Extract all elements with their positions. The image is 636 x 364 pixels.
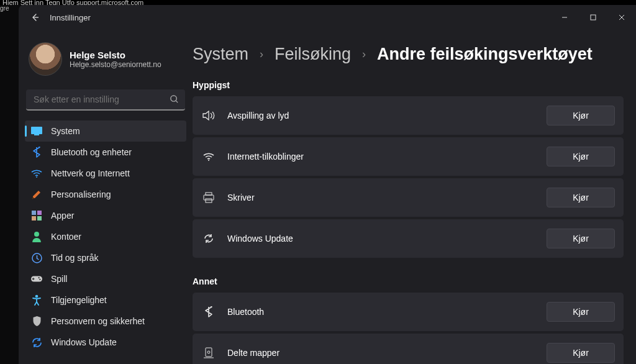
wifi-icon — [31, 168, 42, 179]
svg-point-20 — [207, 351, 210, 353]
breadcrumb-current: Andre feilsøkingsverktøyet — [377, 45, 593, 64]
run-button[interactable]: Kjør — [547, 188, 615, 207]
left-edge-fragment: gre — [0, 5, 19, 42]
sidebar-item-label: Bluetooth og enheter — [51, 147, 132, 157]
svg-rect-7 — [32, 216, 36, 221]
svg-point-12 — [39, 277, 40, 278]
troubleshooter-label: Bluetooth — [227, 307, 535, 317]
sidebar-item-kontoer[interactable]: Kontoer — [25, 226, 186, 247]
sync-icon — [201, 233, 216, 244]
troubleshooter-row: BluetoothKjør — [193, 293, 624, 331]
sidebar-item-label: Nettverk og Internett — [51, 168, 130, 178]
sections-container: HyppigstAvspilling av lydKjørInternett-t… — [193, 80, 624, 364]
troubleshooter-label: Avspilling av lyd — [227, 111, 535, 121]
browser-chrome-top: Hjem Sett inn Tegn Utfo support.microsof… — [0, 0, 636, 5]
avatar — [29, 42, 62, 76]
run-button[interactable]: Kjør — [547, 106, 615, 125]
breadcrumb-system[interactable]: System — [193, 45, 248, 64]
svg-rect-17 — [204, 195, 214, 200]
chevron-right-icon: › — [362, 48, 366, 61]
window-controls — [550, 5, 636, 30]
svg-rect-5 — [32, 211, 36, 215]
content-area[interactable]: System › Feilsøking › Andre feilsøkingsv… — [193, 30, 636, 364]
sidebar-item-label: Tid og språk — [51, 253, 99, 263]
back-button[interactable] — [26, 9, 43, 26]
troubleshooter-label: Windows Update — [227, 234, 535, 243]
volume-icon — [201, 111, 216, 121]
svg-rect-3 — [34, 134, 39, 135]
sidebar-item-personvern-og-sikkerhet[interactable]: Personvern og sikkerhet — [25, 311, 186, 332]
account-block[interactable]: Helge Selsto Helge.selsto@seniornett.no — [25, 36, 186, 86]
breadcrumb-troubleshoot[interactable]: Feilsøking — [275, 45, 351, 64]
sidebar-item-nettverk-og-internett[interactable]: Nettverk og Internett — [25, 163, 186, 184]
troubleshooter-row: Windows UpdateKjør — [193, 219, 624, 258]
run-button[interactable]: Kjør — [547, 343, 615, 363]
search-icon — [170, 94, 179, 106]
sidebar-item-label: System — [51, 126, 80, 136]
sidebar-item-windows-update[interactable]: Windows Update — [25, 332, 186, 353]
sidebar-item-tilgjengelighet[interactable]: Tilgjengelighet — [25, 289, 186, 311]
svg-point-1 — [171, 96, 176, 101]
troubleshooter-label: Delte mapper — [227, 348, 535, 358]
sidebar-item-tid-og-spr-k[interactable]: Tid og språk — [25, 247, 186, 268]
chevron-right-icon: › — [260, 48, 263, 61]
search-input[interactable] — [26, 89, 185, 111]
sidebar-item-label: Apper — [51, 211, 74, 221]
run-button[interactable]: Kjør — [547, 302, 615, 322]
sidebar-item-label: Windows Update — [51, 337, 117, 347]
sidebar-item-apper[interactable]: Apper — [25, 205, 186, 226]
sidebar-item-spill[interactable]: Spill — [25, 268, 186, 289]
account-name: Helge Selsto — [70, 50, 161, 60]
update-icon — [31, 337, 42, 348]
svg-rect-2 — [31, 127, 42, 134]
sidebar-item-label: Spill — [51, 274, 67, 284]
troubleshooter-label: Internett-tilkoblinger — [227, 152, 535, 162]
sidebar: Helge Selsto Helge.selsto@seniornett.no … — [19, 30, 193, 364]
sidebar-nav: SystemBluetooth og enheterNettverk og In… — [25, 121, 186, 353]
back-arrow-icon — [30, 12, 40, 22]
bluetooth-icon — [31, 147, 42, 158]
bluetooth-icon — [201, 306, 216, 317]
svg-rect-18 — [206, 199, 212, 202]
section-title: Hyppigst — [193, 80, 624, 90]
search-box[interactable] — [26, 89, 185, 111]
sidebar-item-label: Personalisering — [51, 189, 111, 199]
clock-icon — [31, 252, 42, 263]
system-icon — [31, 125, 42, 137]
run-button[interactable]: Kjør — [547, 147, 615, 166]
sidebar-item-system[interactable]: System — [25, 121, 186, 142]
window-title: Innstillinger — [50, 13, 91, 22]
sidebar-item-personalisering[interactable]: Personalisering — [25, 184, 186, 205]
maximize-button[interactable] — [579, 5, 607, 30]
troubleshooter-label: Skriver — [227, 193, 535, 202]
svg-rect-6 — [37, 211, 42, 215]
svg-point-13 — [39, 279, 40, 280]
wifi-icon — [201, 152, 216, 161]
shared-folder-icon — [201, 347, 216, 358]
close-button[interactable] — [607, 5, 636, 30]
sidebar-item-label: Personvern og sikkerhet — [51, 316, 145, 326]
shield-icon — [31, 316, 42, 327]
accessibility-icon — [31, 294, 42, 306]
brush-icon — [31, 189, 42, 200]
svg-point-9 — [34, 232, 39, 237]
svg-point-15 — [208, 160, 209, 161]
troubleshooter-row: Internett-tilkoblingerKjør — [193, 137, 624, 176]
svg-point-14 — [35, 295, 39, 298]
svg-rect-0 — [591, 15, 596, 20]
section-title: Annet — [193, 276, 624, 286]
troubleshooter-row: Avspilling av lydKjør — [193, 96, 624, 135]
troubleshooter-row: Delte mapperKjør — [193, 334, 624, 364]
svg-rect-16 — [206, 193, 212, 195]
sidebar-item-label: Kontoer — [51, 232, 81, 242]
minimize-button[interactable] — [550, 5, 579, 30]
settings-window: Innstillinger Helge Selsto Helge.selsto@… — [19, 5, 636, 364]
svg-rect-8 — [37, 216, 42, 221]
account-email: Helge.selsto@seniornett.no — [70, 60, 161, 69]
sidebar-item-bluetooth-og-enheter[interactable]: Bluetooth og enheter — [25, 142, 186, 163]
breadcrumb: System › Feilsøking › Andre feilsøkingsv… — [193, 45, 624, 64]
sidebar-item-label: Tilgjengelighet — [51, 295, 107, 305]
svg-point-4 — [36, 176, 37, 178]
run-button[interactable]: Kjør — [547, 229, 615, 248]
game-icon — [31, 273, 42, 284]
